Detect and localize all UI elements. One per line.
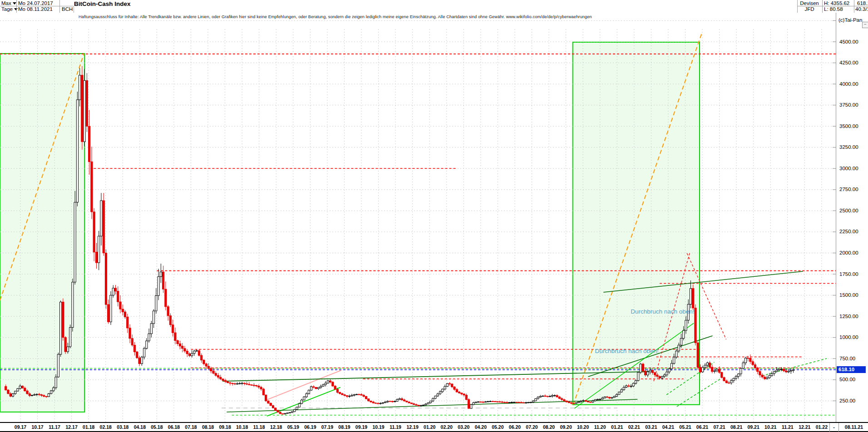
candle-body [270,403,271,406]
candle-body [497,402,498,402]
candle-body [747,358,749,358]
candle-body [499,402,501,402]
divider [838,423,839,432]
candle-body [336,389,338,393]
period-dropdown[interactable]: Tage [1,6,18,12]
x-axis-label: 06.18 [168,424,180,430]
candle-body [136,352,138,358]
candle-body [184,349,186,351]
candle-body [432,398,434,401]
candle-body [554,395,556,396]
x-axis-label: 12.21 [799,424,810,430]
candle-body [587,401,589,402]
x-axis-label: 10.20 [577,424,589,430]
candle-body [363,395,365,397]
candle-body [146,341,148,349]
candle-body [451,384,453,387]
candle-body [773,372,775,373]
candle-body [239,383,241,384]
candle-body [654,373,656,375]
candle-body [294,409,296,412]
candle-body [36,394,38,395]
x-axis-label: 03.18 [117,424,128,430]
x-axis-label: 01.22 [816,424,828,430]
candle-body [766,378,768,378]
candle-body [487,402,489,402]
candle-body [148,334,150,341]
candlestick-chart-canvas[interactable]: Durchbruch nach oben!Durchbruch nach obe… [0,13,836,422]
candle-body [74,202,76,282]
y-axis-label: 2750.00 [839,187,858,192]
candle-body [439,392,441,394]
candle-body [434,396,436,398]
candle-body [253,385,255,386]
trend-line[interactable] [266,370,341,400]
candle-body [580,401,582,402]
candle-body [133,345,135,352]
y-axis-label: 2000.00 [839,250,858,255]
minimize-icon[interactable]: − [862,22,868,28]
x-axis-label: 06.20 [509,424,521,430]
candle-body [315,388,317,389]
candle-body [473,403,474,404]
candle-body [683,330,685,338]
candle-body [286,413,288,413]
candle-body [785,371,787,372]
candle-body [429,401,431,403]
candle-body [210,368,212,371]
candle-body [227,382,229,383]
candle-body [778,369,780,370]
candle-body [444,387,446,389]
trend-phase-box [0,54,84,412]
candle-body [387,401,389,402]
annotation-text: Durchbruch nach oben! [595,348,658,354]
candle-body [528,403,529,403]
candle-body [413,404,415,405]
candle-body [279,412,281,413]
candle-body [594,399,596,401]
candle-body [57,354,59,377]
candle-body [327,381,329,383]
candle-body [155,295,157,311]
candle-body [179,344,181,346]
candle-body [296,407,298,409]
x-axis-label: 12.19 [407,424,419,430]
x-axis-label: 09.17 [15,424,26,430]
candle-body [365,397,367,399]
candle-body [420,406,422,406]
candle-body [26,391,28,393]
candle-body [470,405,472,408]
candle-body [72,282,74,328]
chart-area[interactable]: Durchbruch nach oben!Durchbruch nach obe… [0,13,868,422]
candle-body [566,401,567,402]
candle-body [516,402,518,403]
y-axis-label: 1000.00 [839,334,858,340]
candle-body [437,394,439,396]
chart-header: Max Mo 24.07.2017 Tage Mo 08.11.2021 BCH… [0,0,868,13]
candle-body [129,328,131,339]
candle-body [38,394,40,395]
candle-body [759,372,761,375]
divider [16,0,17,13]
y-axis: (c)Tai-Pan − 618.10 4750.004500.004250.0… [836,13,868,422]
candle-body [406,401,408,402]
candle-body [138,358,140,363]
candle-body [34,395,35,395]
candle-body [695,308,696,343]
candle-body [196,351,197,351]
candle-body [692,289,694,308]
candle-body [76,100,78,202]
candle-body [127,317,128,328]
period-low-label: L: 80.58 [824,6,843,12]
candle-body [399,399,400,400]
period-dropdown-label: Tage [1,6,13,12]
last-bar-date-label: 08.11.21 [845,424,863,430]
divider [854,0,854,13]
candle-body [621,390,622,392]
x-axis-label: 02.18 [100,424,112,430]
candle-body [64,338,66,352]
candle-body [158,277,159,296]
candle-body [730,381,732,383]
candle-body [174,333,176,340]
candle-body [556,395,558,397]
